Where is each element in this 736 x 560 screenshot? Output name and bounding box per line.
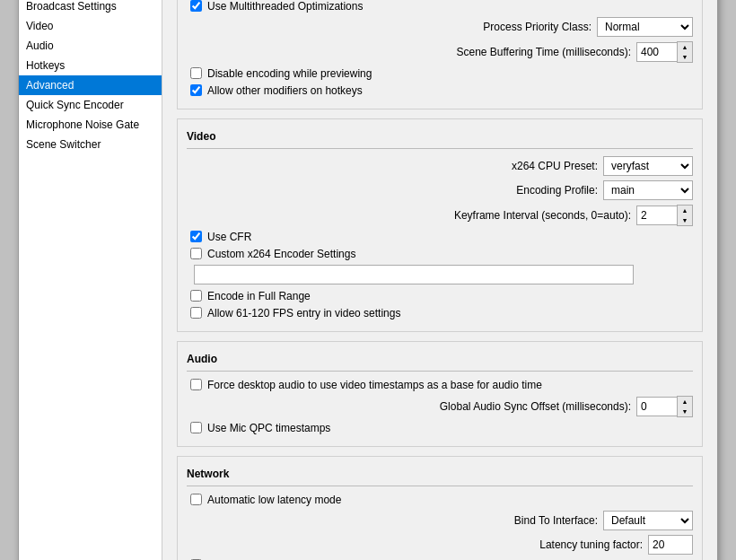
latency-tuning-input[interactable]: [648, 535, 693, 555]
x264-preset-label: x264 CPU Preset:: [400, 160, 598, 172]
latency-tuning-row: Latency tuning factor:: [187, 535, 693, 555]
encoding-profile-row: Encoding Profile: baseline main high: [187, 180, 693, 200]
use-cfr-checkbox[interactable]: [190, 231, 202, 242]
encode-full-range-row: Encode in Full Range: [187, 290, 693, 302]
video-section: Video x264 CPU Preset: ultrafast superfa…: [177, 118, 703, 332]
bind-interface-row: Bind To Interface: Default: [187, 511, 693, 530]
scene-buffering-label: Scene Buffering Time (milliseconds):: [434, 46, 631, 58]
encode-full-range-checkbox[interactable]: [190, 290, 202, 302]
bind-interface-label: Bind To Interface:: [400, 514, 598, 527]
video-section-label: Video: [187, 130, 693, 143]
force-desktop-audio-row: Force desktop audio to use video timesta…: [187, 379, 693, 391]
audio-section-label: Audio: [187, 353, 693, 365]
keyframe-down[interactable]: ▼: [678, 215, 692, 225]
disable-encoding-row: Disable encoding while previewing: [187, 67, 693, 80]
use-mic-qpc-checkbox[interactable]: [190, 422, 202, 433]
process-priority-label: Process Priority Class:: [394, 21, 591, 33]
global-audio-sync-input[interactable]: [636, 397, 677, 416]
scene-buffering-spinner: ▲ ▼: [636, 41, 693, 63]
network-section: Network Automatic low latency mode Bind …: [177, 456, 703, 561]
scene-buffering-down[interactable]: ▼: [678, 52, 692, 62]
use-mic-qpc-row: Use Mic QPC timestamps: [187, 422, 693, 434]
allow-fps-label: Allow 61-120 FPS entry in video settings: [207, 307, 400, 319]
settings-dialog: Settings... ✕ GeneralEncodingBroadcast S…: [18, 0, 718, 560]
use-multithreaded-row: Use Multithreaded Optimizations: [187, 0, 693, 13]
sidebar-item-hotkeys[interactable]: Hotkeys: [19, 56, 162, 75]
allow-modifiers-row: Allow other modifiers on hotkeys: [187, 84, 693, 97]
allow-modifiers-checkbox[interactable]: [190, 84, 202, 96]
custom-x264-row: Custom x264 Encoder Settings: [187, 248, 693, 260]
keyframe-label: Keyframe Interval (seconds, 0=auto):: [434, 209, 631, 222]
process-priority-select[interactable]: Normal Above Normal High Idle Below Norm…: [597, 17, 693, 37]
general-section: General Use Multithreaded Optimizations …: [177, 0, 703, 109]
sidebar-item-video[interactable]: Video: [19, 16, 162, 36]
custom-x264-textbox[interactable]: [194, 265, 634, 284]
audio-section: Audio Force desktop audio to use video t…: [177, 341, 703, 447]
global-audio-sync-down[interactable]: ▼: [678, 407, 692, 416]
global-audio-sync-spinner: ▲ ▼: [636, 396, 693, 417]
sidebar-item-broadcast-settings[interactable]: Broadcast Settings: [19, 0, 162, 16]
use-cfr-row: Use CFR: [187, 231, 693, 243]
sidebar-item-quick-sync-encoder[interactable]: Quick Sync Encoder: [19, 95, 162, 115]
keyframe-input[interactable]: [636, 206, 677, 225]
content-area: General Use Multithreaded Optimizations …: [162, 0, 717, 560]
scene-buffering-spinner-btns: ▲ ▼: [677, 41, 693, 63]
encoding-profile-label: Encoding Profile:: [400, 184, 598, 197]
bind-interface-select[interactable]: Default: [603, 511, 693, 530]
encoding-profile-select[interactable]: baseline main high: [603, 180, 693, 200]
keyframe-row: Keyframe Interval (seconds, 0=auto): ▲ ▼: [187, 205, 693, 226]
auto-low-latency-label: Automatic low latency mode: [207, 494, 341, 506]
force-desktop-audio-checkbox[interactable]: [190, 379, 202, 390]
force-desktop-audio-label: Force desktop audio to use video timesta…: [207, 379, 542, 391]
auto-low-latency-checkbox[interactable]: [190, 494, 202, 505]
sidebar-item-audio[interactable]: Audio: [19, 36, 162, 56]
dialog-body: GeneralEncodingBroadcast SettingsVideoAu…: [19, 0, 717, 560]
disable-encoding-checkbox[interactable]: [190, 67, 202, 79]
latency-tuning-label: Latency tuning factor:: [445, 538, 643, 551]
global-audio-sync-spinner-btns: ▲ ▼: [677, 396, 693, 417]
allow-fps-checkbox[interactable]: [190, 307, 202, 319]
global-audio-sync-label: Global Audio Sync Offset (milliseconds):: [434, 400, 631, 413]
scene-buffering-up[interactable]: ▲: [678, 42, 692, 52]
network-section-label: Network: [187, 468, 693, 480]
global-audio-sync-row: Global Audio Sync Offset (milliseconds):…: [187, 396, 693, 417]
allow-modifiers-label: Allow other modifiers on hotkeys: [207, 84, 363, 97]
custom-x264-checkbox[interactable]: [190, 248, 202, 259]
scene-buffering-input[interactable]: [636, 42, 677, 62]
keyframe-spinner-btns: ▲ ▼: [677, 205, 693, 226]
use-multithreaded-checkbox[interactable]: [190, 0, 202, 12]
encode-full-range-label: Encode in Full Range: [207, 290, 311, 302]
sidebar-item-advanced[interactable]: Advanced: [19, 75, 162, 95]
keyframe-up[interactable]: ▲: [678, 206, 692, 215]
sidebar: GeneralEncodingBroadcast SettingsVideoAu…: [19, 0, 162, 560]
allow-fps-row: Allow 61-120 FPS entry in video settings: [187, 307, 693, 319]
use-mic-qpc-label: Use Mic QPC timestamps: [207, 422, 330, 434]
keyframe-spinner: ▲ ▼: [636, 205, 693, 226]
use-multithreaded-label: Use Multithreaded Optimizations: [207, 0, 363, 13]
disable-encoding-label: Disable encoding while previewing: [207, 67, 372, 80]
auto-low-latency-row: Automatic low latency mode: [187, 494, 693, 506]
sidebar-item-microphone-noise-gate[interactable]: Microphone Noise Gate: [19, 115, 162, 135]
x264-preset-select[interactable]: ultrafast superfast veryfast faster fast…: [603, 156, 693, 176]
use-cfr-label: Use CFR: [207, 231, 251, 243]
global-audio-sync-up[interactable]: ▲: [678, 397, 692, 407]
sidebar-item-scene-switcher[interactable]: Scene Switcher: [19, 135, 162, 154]
process-priority-row: Process Priority Class: Normal Above Nor…: [187, 17, 693, 37]
scene-buffering-row: Scene Buffering Time (milliseconds): ▲ ▼: [187, 41, 693, 63]
x264-preset-row: x264 CPU Preset: ultrafast superfast ver…: [187, 156, 693, 176]
custom-x264-label: Custom x264 Encoder Settings: [207, 248, 355, 260]
